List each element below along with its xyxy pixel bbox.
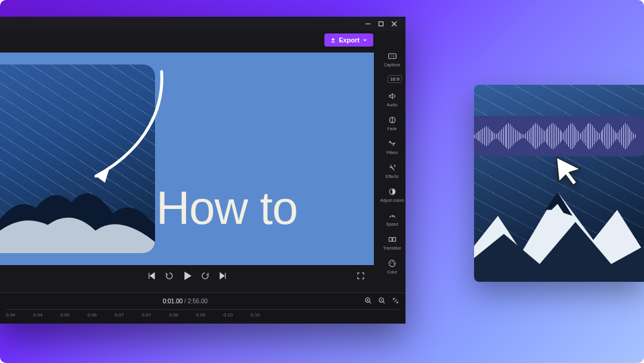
ruler-tick: 0.04 <box>6 312 16 318</box>
waveform-bar <box>524 134 524 138</box>
preview-area: How to <box>0 49 379 293</box>
fade-icon <box>388 115 397 125</box>
waveform-bar <box>535 123 536 149</box>
waveform-bar <box>549 125 550 147</box>
aspect-ratio-badge[interactable]: 16:9 <box>388 75 402 83</box>
waveform-bar <box>606 124 606 148</box>
waveform-bar <box>510 124 510 148</box>
waveform-bar <box>537 124 538 148</box>
waveform-bar <box>561 131 562 141</box>
waveform-bar <box>522 134 522 139</box>
waveform-bar <box>601 131 602 141</box>
waveform-bar <box>515 130 516 143</box>
sidebar-label: Speed <box>386 222 398 226</box>
captions-icon <box>388 51 397 61</box>
waveform-bar <box>493 132 493 140</box>
timeline-ruler[interactable]: 0.04 0.04 0.05 0.06 0.07 0.07 0.08 0.09 … <box>6 309 400 318</box>
close-button[interactable] <box>388 17 401 30</box>
sidebar-label: Adjust colors <box>380 198 404 202</box>
arrow-annotation <box>75 66 182 185</box>
svg-marker-4 <box>96 167 110 183</box>
waveform-bar <box>531 128 531 144</box>
play-button[interactable] <box>182 271 192 283</box>
waveform-bar <box>479 131 479 141</box>
waveform-bar <box>553 123 553 149</box>
export-label: Export <box>339 36 360 44</box>
waveform-bar <box>551 124 552 149</box>
waveform-bar <box>541 128 541 144</box>
export-button[interactable]: Export <box>324 33 373 47</box>
waveform-bar <box>547 127 548 145</box>
color-icon <box>388 259 397 268</box>
transition-icon <box>388 235 397 244</box>
page-background: Export How to <box>0 0 644 363</box>
zoom-in-button[interactable] <box>364 297 372 306</box>
waveform-bar <box>474 135 475 138</box>
waveform-bar <box>582 131 583 141</box>
waveform-bar <box>604 127 605 146</box>
waveform-bar <box>543 130 543 143</box>
waveform-bar <box>631 131 632 141</box>
waveform-bar <box>478 132 478 140</box>
sidebar-item-filters[interactable]: Filters <box>379 139 405 155</box>
sidebar-item-effects[interactable]: Effects <box>379 163 405 179</box>
audio-waveform-clip[interactable] <box>474 116 644 156</box>
waveform-bar <box>577 130 577 143</box>
svg-rect-9 <box>392 238 395 241</box>
waveform-bar <box>590 124 591 149</box>
waveform-bar <box>578 131 579 141</box>
waveform-bar <box>501 129 502 143</box>
waveform-bar <box>566 128 567 144</box>
svg-point-10 <box>390 262 391 263</box>
sidebar-item-transition[interactable]: Transition <box>379 235 405 250</box>
fullscreen-button[interactable] <box>356 271 366 283</box>
waveform-bar <box>520 133 521 139</box>
mountain-graphic <box>474 174 644 282</box>
ruler-tick: 0.09 <box>196 312 206 318</box>
svg-rect-1 <box>379 22 383 26</box>
sidebar-item-adjust-colors[interactable]: Adjust colors <box>379 187 405 202</box>
maximize-button[interactable] <box>374 17 388 30</box>
skip-end-button[interactable] <box>218 271 228 283</box>
sidebar-item-color[interactable]: Color <box>379 259 405 274</box>
ruler-tick: 0.10 <box>224 312 233 318</box>
upload-icon <box>330 38 336 43</box>
forward-button[interactable] <box>200 271 210 283</box>
ruler-tick: 0.07 <box>114 312 124 318</box>
cursor-icon <box>552 154 585 187</box>
waveform-bar <box>476 133 476 139</box>
waveform-bar <box>586 127 586 146</box>
waveform-bar <box>630 129 630 143</box>
sidebar-item-captions[interactable]: Captions <box>379 51 405 67</box>
sidebar-label: Fade <box>388 127 397 131</box>
timeline-panel: 0:01.00 / 2:56.00 0.04 0.04 0.05 0.06 0.… <box>0 293 405 324</box>
sidebar-label: Audio <box>387 103 398 107</box>
waveform-bar <box>482 128 483 144</box>
waveform-bar <box>517 131 518 141</box>
sidebar-item-speed[interactable]: Speed <box>379 211 405 226</box>
zoom-fit-button[interactable] <box>392 297 400 306</box>
waveform-bar <box>532 126 533 146</box>
svg-rect-5 <box>388 54 396 59</box>
minimize-button[interactable] <box>361 17 374 30</box>
waveform-bar <box>503 127 504 145</box>
preview-canvas[interactable]: How to <box>0 53 374 265</box>
waveform-bar <box>555 124 555 148</box>
waveform-bar <box>539 126 540 146</box>
waveform-bar <box>568 125 569 147</box>
skip-start-button[interactable] <box>147 271 156 283</box>
waveform-bar <box>602 129 603 143</box>
waveform-bar <box>628 127 629 146</box>
sidebar-item-audio[interactable]: Audio <box>379 91 405 107</box>
total-time: 2:56.00 <box>188 298 208 304</box>
waveform-bar <box>572 123 572 149</box>
sidebar-label: Effects <box>386 174 398 179</box>
window-titlebar <box>0 17 405 31</box>
waveform-bar <box>599 133 600 139</box>
rewind-button[interactable] <box>165 271 174 283</box>
zoom-out-button[interactable] <box>378 297 386 306</box>
sidebar-label: Filters <box>386 150 398 155</box>
waveform-bar <box>635 134 636 138</box>
sidebar-item-fade[interactable]: Fade <box>379 115 405 131</box>
canvas-text-overlay[interactable]: How to <box>156 181 298 235</box>
